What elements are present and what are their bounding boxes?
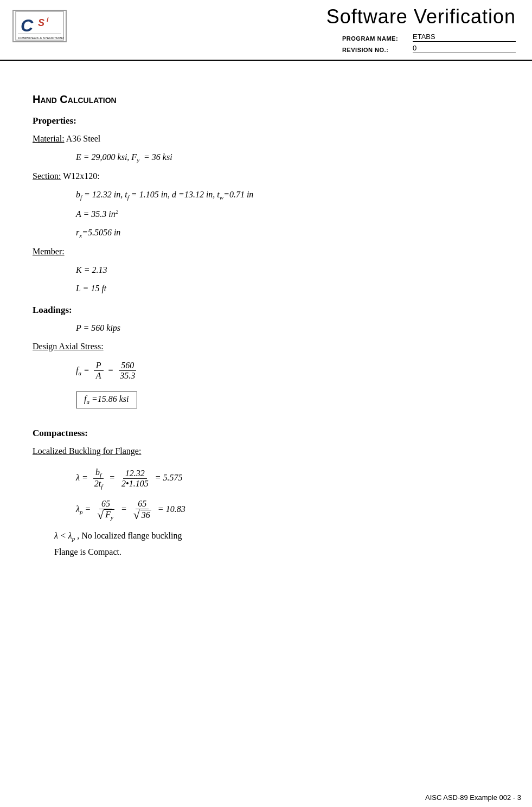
revision-value: 0 [413,44,516,53]
lambda-p-line: λp = 65 √ Fy = 65 √ [76,499,499,521]
loc-buckling-underline: Localized Buckling for Flange: [33,446,141,456]
E-Fy-line: E = 29,000 ksi, Fy = 36 ksi [76,150,499,165]
svg-text:COMPUTERS & STRUCTURES, INC.: COMPUTERS & STRUCTURES, INC. [18,36,64,40]
footer: AISC ASD-89 Example 002 - 3 [425,793,521,802]
sqrt-content2: 36 [140,510,151,520]
sqrt-symbol2: √ [133,509,140,521]
L-formula: L = 15 ft [76,284,106,293]
hand-calc-heading: Hand Calculation [33,93,499,106]
design-stress-label: Design Axial Stress: [33,342,104,351]
main-content: Hand Calculation Properties: Material: A… [0,61,532,595]
fa-numerator: P [94,361,104,371]
fa-result: fa =15.86 ksi [84,394,129,404]
lambda-p-fraction2: 65 √ 36 [131,499,153,521]
fa-result-block: fa =15.86 ksi [76,388,499,411]
lambda-p-fraction1: 65 √ Fy [95,499,117,521]
A-line: A = 35.3 in2 [76,207,499,221]
no-buckling-text: λ < λp [54,531,75,540]
K-formula: K = 2.13 [76,265,107,274]
lambda-block: λ = bf 2tf = 12.32 2•1.105 = 5.575 λp = … [76,467,499,521]
fa-fraction: P A [94,361,104,381]
svg-text:i: i [47,15,49,23]
loadings-heading: Loadings: [33,305,499,316]
svg-text:C: C [21,16,34,35]
lambda-eq1-line: λ = bf 2tf = 12.32 2•1.105 = 5.575 [76,467,499,490]
lambda-den1: 2tf [92,479,105,490]
lambda-fraction1: bf 2tf [92,467,105,490]
P-formula: P = 560 kips [76,323,120,332]
revision-label: REVISION NO.: [342,47,413,53]
lambda-p-den2: √ 36 [131,509,153,521]
program-info: PROGRAM NAME: ETABS REVISION NO.: 0 [342,33,516,55]
lambda-p-eq: λp = 65 √ Fy = 65 √ [76,499,185,521]
program-name-value: ETABS [413,33,516,42]
header: C S i COMPUTERS & STRUCTURES, INC. Softw… [0,0,532,61]
compact-text: Flange is Compact. [54,547,121,556]
lambda-num1: bf [93,467,104,479]
no-buckling-rest: , No localized flange buckling [77,531,182,540]
section-label: Section: [33,171,61,181]
program-name-label: PROGRAM NAME: [342,35,413,42]
header-right: Software Verification PROGRAM NAME: ETAB… [74,5,521,55]
lambda-p-num1: 65 [99,499,112,509]
rx-formula: rx=5.5056 in [76,228,120,237]
bf-line: bf = 12.32 in, tf = 1.105 in, d =13.12 i… [76,188,499,203]
section-value: W12x120: [63,171,100,181]
K-line: K = 2.13 [76,263,499,277]
P-line: P = 560 kips [76,321,499,335]
revision-row: REVISION NO.: 0 [342,44,516,53]
fa-formula: fa = P A = 560 35.3 [76,366,139,375]
lambda-p-den1: √ Fy [95,509,117,521]
fa-formula-block: fa = P A = 560 35.3 [76,361,499,381]
lambda-num2: 12.32 [123,469,147,479]
lambda-p-num2: 65 [136,499,149,509]
lambda-den2: 2•1.105 [119,479,151,489]
svg-text:S: S [38,17,44,28]
member-label: Member: [33,247,65,256]
loc-buckling-label: Localized Buckling for Flange: [33,444,499,458]
program-name-row: PROGRAM NAME: ETABS [342,33,516,42]
fa-num2: 560 [119,361,136,371]
sqrt-content1: Fy [104,509,114,521]
fa-denominator: A [94,371,104,381]
material-line: Material: A36 Steel [33,132,499,146]
fa-result-box: fa =15.86 ksi [76,392,137,408]
page-title: Software Verification [326,5,516,28]
sqrt-symbol1: √ [97,509,104,521]
bf-formula: bf = 12.32 in, tf = 1.105 in, d =13.12 i… [76,190,253,199]
properties-heading: Properties: [33,116,499,126]
lambda-fraction2: 12.32 2•1.105 [119,469,151,489]
lambda-eq1-result: = 5.575 [155,473,183,483]
section-line: Section: W12x120: [33,169,499,183]
L-line: L = 15 ft [76,281,499,296]
lambda-p-result: = 10.83 [158,504,185,514]
sqrt-36: √ 36 [133,509,151,521]
compactness-heading: Compactness: [33,428,499,439]
fa-den2: 35.3 [118,371,137,381]
no-buckling-line: λ < λp , No localized flange buckling [54,531,499,542]
E-value: E = 29,000 ksi, Fy = 36 ksi [76,152,172,162]
lambda-eq1: λ = bf 2tf = 12.32 2•1.105 = 5.575 [76,467,182,490]
compact-line: Flange is Compact. [54,547,499,557]
fa-fraction2: 560 35.3 [118,361,137,381]
A-formula: A = 35.3 in2 [76,209,118,219]
design-stress-line: Design Axial Stress: [33,340,499,354]
logo-area: C S i COMPUTERS & STRUCTURES, INC. [5,5,74,46]
member-line: Member: [33,245,499,259]
logo-image: C S i COMPUTERS & STRUCTURES, INC. [12,10,67,42]
material-value: A36 Steel [66,134,101,143]
rx-line: rx=5.5056 in [76,226,499,241]
footer-text: AISC ASD-89 Example 002 - 3 [425,793,521,802]
material-label: Material: [33,134,65,143]
sqrt-Fy: √ Fy [97,509,114,521]
